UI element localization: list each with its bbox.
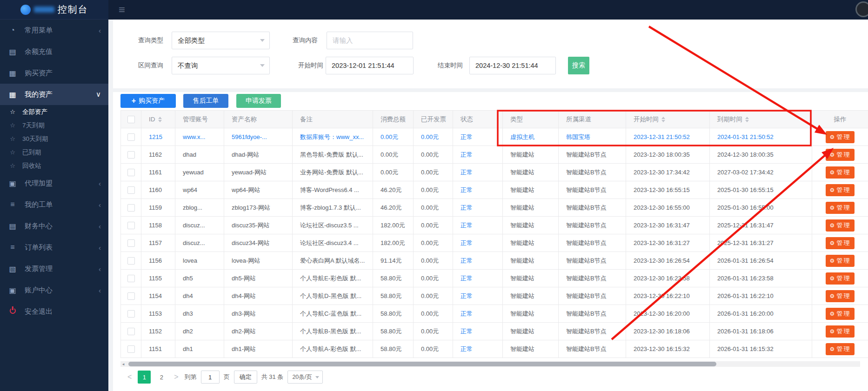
row-checkbox[interactable]	[127, 186, 135, 194]
sidebar-item-财务中心[interactable]: ▤财务中心‹	[0, 215, 108, 237]
sidebar-item-30天到期[interactable]: ☆30天到期	[0, 132, 108, 146]
range-select[interactable]: 不查询	[172, 57, 270, 74]
manage-button[interactable]: ⚙管理	[826, 166, 855, 179]
sidebar-item-购买资产[interactable]: ▦购买资产	[0, 62, 108, 84]
goto-confirm-button[interactable]: 确定	[234, 371, 257, 384]
cell-status: 正常	[453, 234, 503, 252]
sort-icon[interactable]	[745, 117, 749, 122]
scroll-left-icon[interactable]: ◂	[120, 361, 126, 367]
row-checkbox[interactable]	[127, 222, 135, 229]
cell-action: ⚙管理	[812, 199, 868, 216]
cell-remark: 个人导航D-黑色版 默...	[293, 287, 373, 305]
scrollbar-thumb[interactable]	[128, 362, 716, 366]
row-checkbox[interactable]	[127, 292, 135, 300]
column-header-action: 操作	[812, 111, 868, 128]
request-invoice-button[interactable]: 申请发票	[236, 94, 281, 108]
cell-channel: 智能建站B节点	[559, 287, 626, 305]
chevron-left-icon: ‹	[99, 179, 101, 187]
row-checkbox[interactable]	[127, 133, 135, 141]
star-icon: ☆	[7, 149, 18, 156]
sidebar-item-发票管理[interactable]: ▧发票管理‹	[0, 258, 108, 279]
next-page-button[interactable]: >	[172, 373, 180, 381]
chevron-left-icon: ‹	[99, 244, 101, 252]
sidebar-item-label: 财务中心	[25, 222, 99, 231]
sidebar-item-全部资产[interactable]: ☆全部资产	[0, 105, 108, 119]
manage-button[interactable]: ⚙管理	[826, 290, 855, 302]
hamburger-icon[interactable]: ≡	[119, 0, 125, 20]
page-size-select[interactable]: 20条/页	[287, 371, 322, 384]
sidebar-item-7天到期[interactable]: ☆7天到期	[0, 119, 108, 132]
sort-icon[interactable]	[661, 117, 665, 122]
cell-total: 58.80元	[373, 340, 414, 358]
search-button[interactable]: 搜索	[568, 57, 589, 74]
sidebar-item-代理加盟[interactable]: ▣代理加盟‹	[0, 172, 108, 194]
cell-id: 1153	[141, 305, 175, 322]
cell-start: 2023-12-30 16:55:00	[626, 199, 710, 216]
cell-status: 正常	[453, 252, 503, 269]
row-checkbox[interactable]	[127, 169, 135, 176]
cell-invoiced: 0.00元	[414, 199, 453, 216]
star-icon: ☆	[7, 122, 18, 129]
sidebar-item-订单列表[interactable]: ≡订单列表‹	[0, 237, 108, 258]
sort-icon[interactable]	[158, 117, 162, 122]
sidebar-item-我的资产[interactable]: ▦我的资产∨	[0, 84, 108, 105]
cell-asset: dh3-网站	[224, 305, 293, 322]
manage-button[interactable]: ⚙管理	[826, 325, 855, 338]
cell-type: 智能建站	[503, 305, 559, 322]
gear-icon: ⚙	[830, 346, 835, 352]
manage-button[interactable]: ⚙管理	[826, 202, 855, 214]
sidebar-item-我的工单[interactable]: ≡我的工单‹	[0, 194, 108, 215]
aftersale-ticket-button[interactable]: 售后工单	[183, 94, 228, 108]
row-checkbox[interactable]	[127, 151, 135, 159]
sidebar-item-已到期[interactable]: ☆已到期	[0, 146, 108, 159]
end-time-input[interactable]	[469, 57, 556, 74]
manage-button[interactable]: ⚙管理	[826, 272, 855, 285]
manage-button[interactable]: ⚙管理	[826, 308, 855, 320]
cell-expire: 2026-01-31 16:15:32	[710, 340, 812, 358]
manage-button[interactable]: ⚙管理	[826, 237, 855, 249]
cell-action: ⚙管理	[812, 234, 868, 252]
cell-channel: 智能建站B节点	[559, 340, 626, 358]
row-checkbox[interactable]	[127, 275, 135, 282]
query-content-input[interactable]	[327, 32, 413, 49]
manage-button[interactable]: ⚙管理	[826, 255, 855, 267]
column-header-id[interactable]: ID	[141, 111, 175, 128]
select-all-checkbox[interactable]	[127, 116, 135, 123]
query-type-select[interactable]: 全部类型	[172, 32, 270, 49]
manage-button[interactable]: ⚙管理	[826, 343, 855, 355]
row-checkbox[interactable]	[127, 239, 135, 247]
start-time-input[interactable]	[326, 57, 414, 74]
manage-button[interactable]: ⚙管理	[826, 184, 855, 196]
manage-button[interactable]: ⚙管理	[826, 131, 855, 143]
sidebar-item-账户中心[interactable]: ▣账户中心‹	[0, 279, 108, 301]
row-checkbox[interactable]	[127, 345, 135, 353]
row-checkbox[interactable]	[127, 328, 135, 335]
page-number-2[interactable]: 2	[155, 371, 168, 384]
asset-table-panel: + 购买资产 售后工单 申请发票 ID管理账号资产名称备注消费总额已开发票状态类…	[113, 92, 868, 391]
row-checkbox[interactable]	[127, 257, 135, 265]
row-checkbox[interactable]	[127, 310, 135, 318]
manage-button[interactable]: ⚙管理	[826, 219, 855, 232]
prev-page-button[interactable]: <	[126, 373, 134, 381]
table-row: 1156lovealovea-网站爱心表白网A 默认域名...91.14元0.0…	[121, 252, 868, 270]
goto-page-input[interactable]	[201, 371, 220, 384]
sidebar-item-常用菜单[interactable]: ◔常用菜单‹	[0, 20, 108, 41]
cell-asset: discuz35-网站	[224, 217, 293, 234]
page-number-1[interactable]: 1	[138, 371, 151, 384]
chevron-left-icon: ‹	[99, 201, 101, 209]
cell-start: 2023-12-31 21:50:52	[626, 128, 710, 146]
manage-button[interactable]: ⚙管理	[826, 149, 855, 161]
brand-logo-icon	[20, 5, 31, 15]
sidebar-item-余额充值[interactable]: ▤余额充值	[0, 41, 108, 62]
sidebar-item-安全退出[interactable]: 安全退出	[0, 301, 108, 322]
avatar[interactable]	[855, 1, 868, 17]
row-checkbox[interactable]	[127, 204, 135, 212]
horizontal-scrollbar[interactable]: ◂	[120, 361, 860, 367]
column-header-expire[interactable]: 到期时间	[710, 111, 812, 128]
cell-account: dhad	[175, 146, 224, 163]
cell-checkbox	[121, 305, 141, 322]
buy-asset-button[interactable]: + 购买资产	[120, 94, 176, 108]
sidebar-item-回收站[interactable]: ☆回收站	[0, 159, 108, 172]
cell-id: 1159	[141, 199, 175, 216]
column-header-start[interactable]: 开始时间	[626, 111, 710, 128]
